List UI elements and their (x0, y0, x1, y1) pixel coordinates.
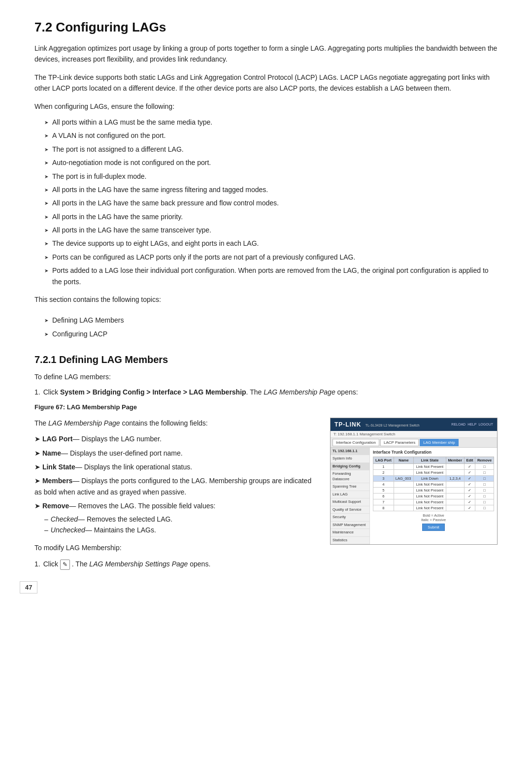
table-header: LAG Port (373, 457, 394, 463)
sub-item: Unchecked— Maintains the LAGs. (44, 525, 320, 535)
link-state-cell: Link Down (414, 475, 446, 481)
page-contains-text: The LAG Membership Page contains the fol… (34, 418, 320, 428)
bullet-item: All ports within a LAG must be the same … (34, 117, 498, 128)
modify-step-1: 1. Click ✎ . The LAG Membership Settings… (34, 559, 320, 570)
sidebar-item[interactable]: Security (331, 514, 369, 522)
figure-label: Figure 67: LAG Membership Page (34, 402, 498, 413)
bullet-item: The port is not assigned to a different … (34, 144, 498, 155)
sidebar-item[interactable]: Multicast Support (331, 498, 369, 506)
sidebar-item[interactable]: Spanning Tree (331, 483, 369, 491)
tplink-logo: TP-LINK TL-SL3428 L2 Management Switch (334, 421, 420, 428)
interface-tab[interactable]: LACP Parameters (380, 439, 419, 446)
member-cell (446, 487, 464, 493)
interface-body: TL 192.168.1.1System InfoBridging Config… (331, 448, 497, 545)
topic-item: Configuring LACP (34, 329, 498, 339)
content-figure-section: The LAG Membership Page contains the fol… (34, 418, 498, 574)
sidebar-item[interactable]: Bridging Config (331, 463, 369, 471)
name-cell (394, 493, 413, 499)
tab-bar[interactable]: Interface ConfigurationLACP ParametersLA… (331, 438, 497, 448)
sidebar-item[interactable]: SNMP Management (331, 522, 369, 529)
edit-cell[interactable]: ✓ (464, 505, 475, 511)
help-btn[interactable]: HELP (467, 423, 476, 426)
edit-cell[interactable]: ✓ (464, 487, 475, 493)
modify-step-num: 1. (34, 559, 40, 569)
lag-port-cell: 8 (373, 505, 394, 511)
name-cell (394, 505, 413, 511)
lag-port-cell: 6 (373, 493, 394, 499)
remove-cell[interactable]: □ (475, 463, 494, 469)
sidebar-item[interactable]: Quality of Service (331, 506, 369, 514)
sidebar-item[interactable]: Link LAG (331, 491, 369, 499)
breadcrumb-bar: T: 192.168.1.1 Management Switch (331, 431, 497, 438)
submit-button[interactable]: Submit (422, 524, 444, 531)
field-item: ➤ Remove— Removes the LAG. The possible … (34, 500, 320, 535)
bullet-item: The port is in full-duplex mode. (34, 171, 498, 182)
section-title: Interface Trunk Configuration (373, 450, 494, 455)
legend-italic: Italic = Passive (421, 518, 446, 522)
section-subtitle: 7.2.1 Defining LAG Members (34, 354, 498, 365)
table-row: 2Link Not Present✓□ (373, 469, 494, 475)
breadcrumb-text: T: 192.168.1.1 Management Switch (333, 432, 395, 436)
logout-btn[interactable]: LOGOUT (478, 423, 493, 426)
remove-cell[interactable]: □ (475, 499, 494, 505)
sub-item: Checked— Removes the selected LAG. (44, 514, 320, 525)
sidebar-item[interactable]: Statistics (331, 537, 369, 545)
page-container: 47 7.2 Configuring LAGs Link Aggregation… (0, 0, 532, 603)
reload-btn[interactable]: RELOAD (451, 423, 466, 426)
page-name-ref: LAG Membership Page (48, 419, 120, 427)
topics-intro: This section contains the following topi… (34, 294, 498, 305)
table-header: Member (446, 457, 464, 463)
topics-list: Defining LAG MembersConfiguring LACP (34, 315, 498, 339)
remove-cell[interactable]: □ (475, 493, 494, 499)
member-cell (446, 469, 464, 475)
interface-tab[interactable]: Interface Configuration (332, 439, 379, 446)
lag-port-cell: 5 (373, 487, 394, 493)
settings-page-name: LAG Membership Settings Page (89, 560, 188, 568)
to-define-text: To define LAG members: (34, 371, 498, 382)
member-cell (446, 493, 464, 499)
modify-intro: To modify LAG Membership: (34, 542, 320, 553)
step-number: 1. (34, 387, 40, 397)
modify-step-text: Click ✎ . The LAG Membership Settings Pa… (43, 559, 211, 570)
edit-icon[interactable]: ✎ (60, 560, 70, 570)
field-item: ➤ Name— Displays the user-defined port n… (34, 448, 320, 459)
interface-tab[interactable]: LAG Member ship (420, 439, 458, 446)
table-header: Remove (475, 457, 494, 463)
field-item: ➤ Link State— Displays the link operatio… (34, 461, 320, 472)
remove-cell[interactable]: □ (475, 475, 494, 481)
remove-cell[interactable]: □ (475, 481, 494, 487)
sidebar-item[interactable]: System Info (331, 455, 369, 463)
topic-item: Defining LAG Members (34, 315, 498, 326)
link-state-cell: Link Not Present (414, 499, 446, 505)
sidebar-item[interactable]: Forwarding Datascore (331, 470, 369, 483)
sidebar-item[interactable]: TL 192.168.1.1 (331, 448, 369, 456)
edit-cell[interactable]: ✓ (464, 499, 475, 505)
link-state-cell: Link Not Present (414, 487, 446, 493)
lag-table: LAG PortNameLink StateMemberEditRemove1L… (373, 457, 494, 511)
intro-para2: The TP-Link device supports both static … (34, 72, 498, 94)
lag-port-cell: 2 (373, 469, 394, 475)
edit-cell[interactable]: ✓ (464, 463, 475, 469)
table-row: 7Link Not Present✓□ (373, 499, 494, 505)
remove-cell[interactable]: □ (475, 469, 494, 475)
name-cell (394, 499, 413, 505)
remove-cell[interactable]: □ (475, 487, 494, 493)
bullet-item: All ports in the LAG have the same ingre… (34, 184, 498, 195)
bullet-item: Ports can be configured as LACP ports on… (34, 252, 498, 263)
edit-cell[interactable]: ✓ (464, 469, 475, 475)
bullet-item: A VLAN is not configured on the port. (34, 130, 498, 141)
table-header: Name (394, 457, 413, 463)
main-title: 7.2 Configuring LAGs (34, 20, 498, 35)
bullet-item: All ports in the LAG have the same back … (34, 198, 498, 208)
remove-cell[interactable]: □ (475, 505, 494, 511)
edit-cell[interactable]: ✓ (464, 493, 475, 499)
link-state-cell: Link Not Present (414, 493, 446, 499)
field-item: ➤ LAG Port— Displays the LAG number. (34, 433, 320, 444)
step-page-name: LAG Membership Page (264, 388, 335, 396)
sidebar-item[interactable]: Maintenance (331, 529, 369, 537)
table-row: 5Link Not Present✓□ (373, 487, 494, 493)
edit-cell[interactable]: ✓ (464, 481, 475, 487)
lag-port-cell: 1 (373, 463, 394, 469)
edit-cell[interactable]: ✓ (464, 475, 475, 481)
name-cell: LAG_003 (394, 475, 413, 481)
